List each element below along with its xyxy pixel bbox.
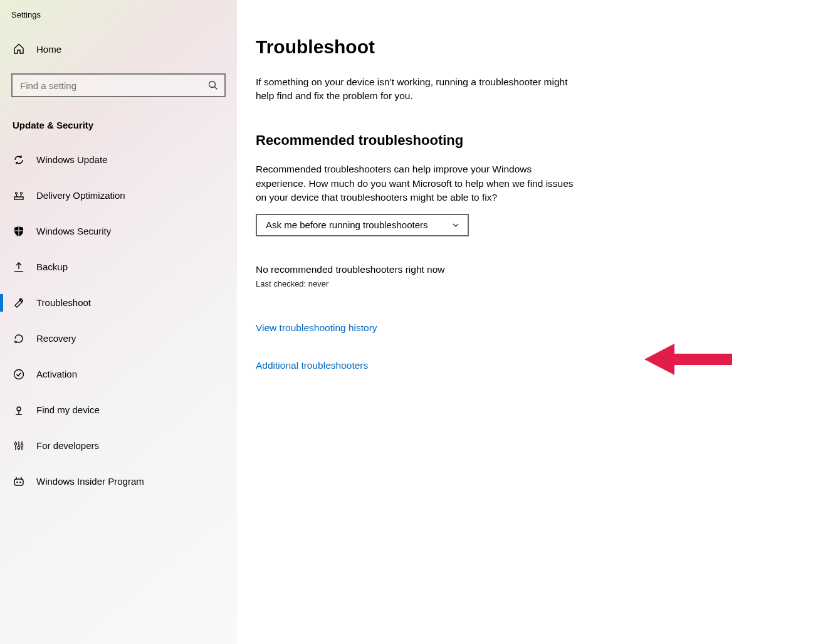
svg-point-0 [209,82,216,88]
search-field[interactable] [20,80,201,91]
home-label: Home [36,44,61,55]
sidebar-item-windows-security[interactable]: Windows Security [0,213,237,249]
sidebar-item-backup[interactable]: Backup [0,249,237,285]
sidebar-item-label: Windows Insider Program [36,476,144,487]
last-checked-text: Last checked: never [256,279,651,288]
app-title: Settings [0,8,237,31]
network-icon [13,189,25,202]
category-header: Update & Security [0,97,237,142]
wrench-icon [13,297,25,309]
svg-point-16 [21,444,23,446]
sidebar-item-label: For developers [36,440,99,451]
svg-rect-17 [14,479,23,485]
no-troubleshooters-text: No recommended troubleshooters right now [256,264,651,275]
sidebar-item-label: Delivery Optimization [36,190,125,201]
sidebar-item-find-my-device[interactable]: Find my device [0,392,237,428]
locate-icon [13,404,25,416]
svg-point-15 [18,446,20,449]
sidebar-item-recovery[interactable]: Recovery [0,320,237,356]
svg-point-18 [16,481,18,483]
content-area: Troubleshoot If something on your device… [237,0,676,644]
svg-point-4 [21,192,23,194]
recommended-title: Recommended troubleshooting [256,132,651,149]
svg-point-9 [14,369,24,379]
troubleshoot-preference-dropdown[interactable]: Ask me before running troubleshooters [256,214,469,236]
svg-point-19 [19,481,21,483]
nav-list: Windows Update Delivery Optimization Win… [0,142,237,499]
page-title: Troubleshoot [256,36,651,58]
additional-troubleshooters-link[interactable]: Additional troubleshooters [256,360,368,371]
sidebar: Settings Home Update & Security Windows … [0,0,237,644]
insider-icon [13,475,25,488]
view-history-link[interactable]: View troubleshooting history [256,322,377,334]
upload-icon [13,261,25,273]
sidebar-item-label: Windows Update [36,154,107,165]
svg-point-10 [17,407,21,411]
sidebar-item-activation[interactable]: Activation [0,356,237,392]
sidebar-item-label: Recovery [36,333,76,344]
home-icon [13,43,25,55]
svg-point-3 [16,192,18,194]
home-nav[interactable]: Home [0,31,237,67]
sidebar-item-label: Find my device [36,404,100,415]
recovery-icon [13,332,25,345]
search-input[interactable] [11,73,226,97]
sidebar-item-windows-update[interactable]: Windows Update [0,142,237,177]
chevron-down-icon [451,221,460,230]
recommended-desc: Recommended troubleshooters can help imp… [256,162,582,204]
sidebar-item-label: Backup [36,261,68,272]
search-icon [208,80,218,90]
sidebar-item-for-developers[interactable]: For developers [0,428,237,463]
svg-point-14 [14,443,17,445]
sidebar-item-delivery-optimization[interactable]: Delivery Optimization [0,177,237,213]
arrow-annotation-icon [644,337,732,381]
sliders-icon [13,440,25,452]
sidebar-item-label: Troubleshoot [36,297,91,308]
sync-icon [13,154,25,166]
lead-text: If something on your device isn't workin… [256,75,582,102]
svg-rect-2 [14,197,23,199]
sidebar-item-troubleshoot[interactable]: Troubleshoot [0,285,237,320]
sidebar-item-label: Activation [36,369,77,379]
sidebar-item-label: Windows Security [36,226,111,236]
dropdown-value: Ask me before running troubleshooters [266,219,427,230]
sidebar-item-insider[interactable]: Windows Insider Program [0,463,237,499]
check-circle-icon [13,368,25,381]
svg-line-1 [214,87,217,89]
shield-icon [13,225,25,238]
